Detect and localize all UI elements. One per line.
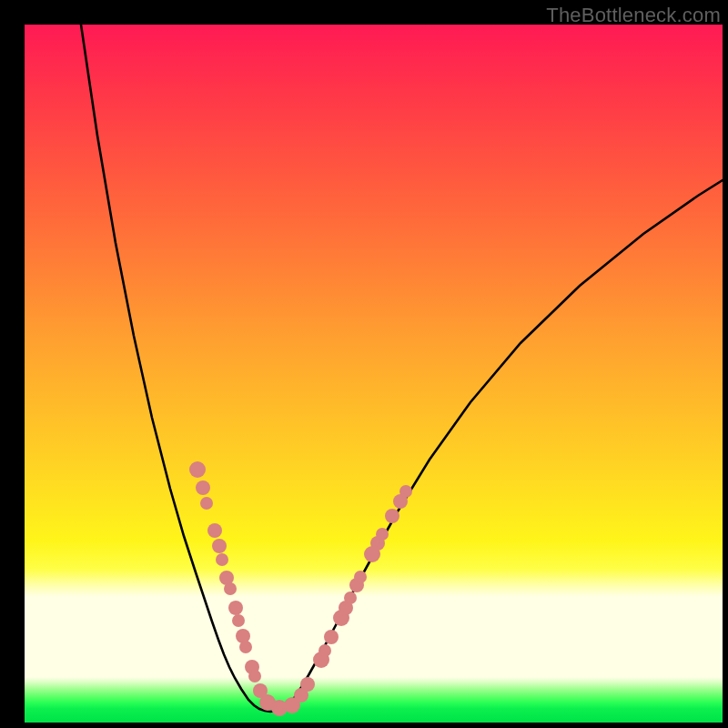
markers-group	[189, 461, 412, 716]
curve-layer	[25, 25, 723, 723]
data-marker	[200, 497, 213, 510]
data-marker	[354, 571, 367, 583]
data-marker	[189, 461, 206, 478]
data-marker	[207, 523, 222, 538]
data-marker	[216, 553, 228, 566]
data-marker	[376, 528, 389, 541]
data-marker	[212, 539, 227, 553]
data-marker	[224, 582, 237, 595]
data-marker	[300, 677, 315, 692]
data-marker	[385, 509, 399, 523]
plot-area	[25, 25, 723, 723]
data-marker	[232, 614, 245, 627]
data-marker	[196, 480, 210, 495]
data-marker	[324, 630, 339, 644]
data-marker	[228, 601, 243, 615]
data-marker	[248, 670, 261, 682]
data-marker	[344, 592, 357, 604]
curve-group	[81, 25, 723, 712]
frame-background: TheBottleneck.com	[0, 0, 728, 728]
data-marker	[399, 485, 412, 498]
data-marker	[239, 641, 252, 653]
data-marker	[318, 644, 331, 657]
watermark-text: TheBottleneck.com	[546, 4, 721, 27]
curve-path	[81, 25, 723, 712]
